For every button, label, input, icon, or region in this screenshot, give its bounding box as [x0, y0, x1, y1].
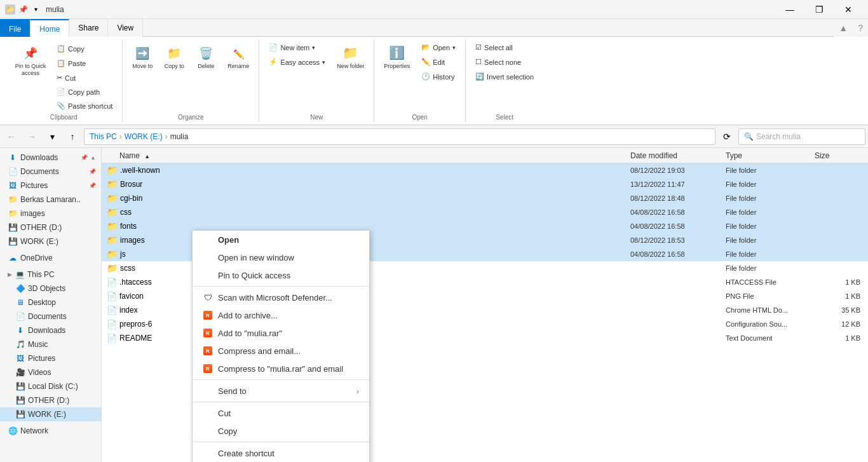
edit-icon: ✏️	[421, 58, 430, 66]
close-button[interactable]: ✕	[834, 0, 863, 19]
sidebar-item-downloads[interactable]: ⬇ Downloads 📌 ▲	[0, 151, 101, 165]
sidebar-item-network[interactable]: 🌐 Network	[0, 424, 101, 438]
cut-icon: ✂	[57, 74, 62, 82]
context-menu-item[interactable]: 🛡Scan with Microsoft Defender...	[193, 289, 369, 306]
history-button[interactable]: 🕐 History	[417, 70, 460, 83]
copy-path-button[interactable]: 📄 Copy path	[52, 85, 117, 99]
tab-file[interactable]: File	[0, 19, 31, 37]
context-menu-item[interactable]: Cut	[193, 404, 369, 422]
recent-button[interactable]: ▾	[43, 128, 61, 146]
context-menu-item[interactable]: Open	[193, 231, 369, 248]
refresh-button[interactable]: ⟳	[718, 128, 736, 146]
sidebar-item-berkas[interactable]: 📁 Berkas Lamaran..	[0, 193, 101, 207]
sidebar-item-other-d[interactable]: 💾 OTHER (D:)	[0, 221, 101, 234]
title-dropdown[interactable]: ▾	[31, 4, 41, 15]
file-date: 04/08/2022 16:58	[630, 250, 726, 258]
path-work[interactable]: WORK (E:)	[125, 132, 163, 141]
tab-home[interactable]: Home	[31, 19, 69, 37]
context-menu-item[interactable]: RCompress to "mulia.rar" and email	[193, 360, 369, 377]
sidebar-item-pictures2[interactable]: 🖼 Pictures	[0, 351, 101, 365]
copy-to-button[interactable]: Copy to	[159, 39, 189, 72]
new-item-dropdown[interactable]: ▾	[312, 44, 315, 51]
path-thispc[interactable]: This PC	[90, 132, 117, 141]
context-menu-item[interactable]: Copy	[193, 422, 369, 440]
col-size-header[interactable]: Size	[815, 151, 865, 160]
rar-icon: R	[203, 328, 213, 338]
sidebar-item-local-c[interactable]: 💾 Local Disk (C:)	[0, 379, 101, 393]
up-button[interactable]: ↑	[64, 128, 81, 146]
tab-share[interactable]: Share	[69, 19, 108, 37]
pin-to-quick-access-button[interactable]: Pin to Quick access	[10, 39, 51, 80]
ctx-label: Compress and email...	[218, 346, 301, 356]
sidebar-item-desktop[interactable]: 🖥 Desktop	[0, 296, 101, 309]
easy-access-button[interactable]: ⚡ Easy access ▾	[264, 55, 330, 69]
file-name-text: README	[119, 334, 152, 343]
sidebar-item-music[interactable]: 🎵 Music	[0, 337, 101, 351]
select-all-button[interactable]: ☑ Select all	[471, 41, 538, 54]
thispc-expand[interactable]: ▶	[8, 271, 12, 278]
rename-icon	[228, 43, 248, 63]
ribbon-collapse[interactable]: ▲	[834, 19, 853, 37]
tab-view[interactable]: View	[108, 19, 143, 37]
folder-icon: 📁	[107, 221, 118, 231]
forward-button[interactable]: →	[23, 128, 41, 146]
sidebar-item-videos[interactable]: 🎥 Videos	[0, 365, 101, 379]
search-box[interactable]: 🔍 Search mulia	[738, 128, 865, 145]
sidebar-item-work-e[interactable]: 💾 WORK (E:)	[0, 234, 101, 248]
address-path[interactable]: This PC › WORK (E:) › mulia	[84, 128, 715, 145]
folder-icon: 📁	[107, 207, 118, 217]
sidebar-item-documents2[interactable]: 📄 Documents	[0, 309, 101, 323]
context-menu-item[interactable]: RAdd to archive...	[193, 306, 369, 324]
sidebar-collapse-downloads[interactable]: ▲	[90, 154, 96, 161]
file-type: Chrome HTML Do...	[726, 306, 815, 314]
sidebar-item-images[interactable]: 📁 images	[0, 207, 101, 221]
file-name-text: scss	[120, 264, 135, 273]
context-menu-item[interactable]: Pin to Quick access	[193, 266, 369, 284]
file-row[interactable]: 📁 cgi-bin 08/12/2022 18:48 File folder	[102, 191, 868, 205]
rename-button[interactable]: Rename	[223, 39, 254, 72]
properties-button[interactable]: Properties	[379, 39, 414, 72]
new-folder-button[interactable]: 📁 New folder	[332, 39, 369, 72]
main-area: ⬇ Downloads 📌 ▲ 📄 Documents 📌 🖼 Pictures…	[0, 148, 868, 462]
file-row[interactable]: 📁 .well-known 08/12/2022 19:03 File fold…	[102, 163, 868, 177]
sidebar-item-documents[interactable]: 📄 Documents 📌	[0, 165, 101, 179]
paste-button[interactable]: 📋 Paste	[52, 57, 117, 70]
cut-button[interactable]: ✂ Cut	[52, 71, 117, 85]
paste-shortcut-button[interactable]: 📎 Paste shortcut	[52, 99, 117, 112]
copy-button[interactable]: 📋 Copy	[52, 42, 117, 55]
invert-selection-button[interactable]: 🔄 Invert selection	[471, 70, 538, 83]
file-icon: 📄	[107, 334, 117, 343]
move-to-button[interactable]: Move to	[128, 39, 157, 72]
context-menu-item[interactable]: Open in new window	[193, 248, 369, 266]
select-none-button[interactable]: ☐ Select none	[471, 55, 538, 69]
select-none-icon: ☐	[475, 58, 482, 66]
file-row[interactable]: 📁 css 04/08/2022 16:58 File folder	[102, 205, 868, 219]
file-row[interactable]: 📁 Brosur 13/12/2022 11:47 File folder	[102, 177, 868, 191]
back-button[interactable]: ←	[3, 128, 20, 146]
col-date-header[interactable]: Date modified	[630, 151, 726, 160]
col-name-header[interactable]: Name ▲	[104, 151, 630, 160]
open-button[interactable]: 📂 Open ▾	[417, 41, 460, 54]
col-type-header[interactable]: Type	[726, 151, 815, 160]
sidebar-item-other-d2[interactable]: 💾 OTHER (D:)	[0, 393, 101, 407]
sidebar-item-thispc[interactable]: ▶ 💻 This PC	[0, 268, 101, 282]
context-menu-item[interactable]: RCompress and email...	[193, 342, 369, 360]
path-mulia[interactable]: mulia	[170, 132, 189, 141]
file-date: 08/12/2022 18:53	[630, 236, 726, 244]
edit-button[interactable]: ✏️ Edit	[417, 55, 460, 69]
help-button[interactable]: ?	[853, 19, 868, 37]
sidebar-item-onedrive[interactable]: ☁ OneDrive	[0, 251, 101, 265]
sidebar-item-work-e2[interactable]: 💾 WORK (E:)	[0, 407, 101, 421]
sidebar-item-3dobjects[interactable]: 🔷 3D Objects	[0, 282, 101, 296]
context-menu-item[interactable]: Send to›	[193, 382, 369, 400]
easy-access-dropdown[interactable]: ▾	[322, 59, 325, 65]
new-item-button[interactable]: 📄 New item ▾	[264, 41, 330, 54]
sidebar-item-pictures[interactable]: 🖼 Pictures 📌	[0, 179, 101, 193]
context-menu-item[interactable]: RAdd to "mulia.rar"	[193, 324, 369, 342]
maximize-button[interactable]: ❐	[804, 0, 834, 19]
ctx-label: Open	[218, 235, 239, 245]
context-menu-item[interactable]: Create shortcut	[193, 444, 369, 462]
sidebar-item-downloads2[interactable]: ⬇ Downloads	[0, 323, 101, 337]
minimize-button[interactable]: —	[775, 0, 804, 19]
delete-button[interactable]: Delete	[191, 39, 220, 72]
